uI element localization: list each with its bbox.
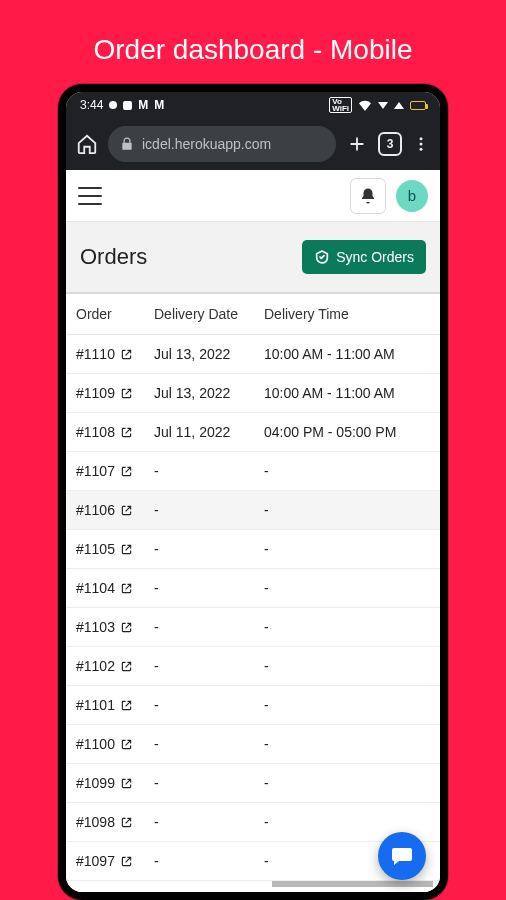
delivery-date-cell: - xyxy=(144,491,254,530)
sync-orders-button[interactable]: Sync Orders xyxy=(302,240,426,274)
delivery-date-cell: - xyxy=(144,725,254,764)
sync-orders-label: Sync Orders xyxy=(336,249,414,265)
order-link[interactable]: #1100 xyxy=(76,736,134,752)
delivery-date-cell: Jul 13, 2022 xyxy=(144,374,254,413)
delivery-time-cell: - xyxy=(254,491,440,530)
new-tab-icon[interactable] xyxy=(346,133,368,155)
delivery-time-cell: 04:00 PM - 05:00 PM xyxy=(254,413,440,452)
external-link-icon xyxy=(121,817,132,828)
bell-icon xyxy=(359,187,377,205)
order-link[interactable]: #1101 xyxy=(76,697,134,713)
svg-point-0 xyxy=(420,137,423,140)
vowifi-icon: VoWiFi xyxy=(329,97,352,113)
chat-fab[interactable] xyxy=(378,832,426,880)
col-delivery-date[interactable]: Delivery Date xyxy=(144,293,254,335)
delivery-time-cell: - xyxy=(254,725,440,764)
url-text: icdel.herokuapp.com xyxy=(142,136,271,152)
external-link-icon xyxy=(121,427,132,438)
order-link[interactable]: #1108 xyxy=(76,424,134,440)
table-row: #1098 -- xyxy=(66,803,440,842)
avatar[interactable]: b xyxy=(396,180,428,212)
sync-icon xyxy=(314,249,330,265)
delivery-time-cell: 10:00 AM - 11:00 AM xyxy=(254,335,440,374)
external-link-icon xyxy=(121,466,132,477)
battery-icon xyxy=(410,101,426,110)
table-row: #1106 -- xyxy=(66,491,440,530)
order-link[interactable]: #1105 xyxy=(76,541,134,557)
order-link[interactable]: #1110 xyxy=(76,346,134,362)
external-link-icon xyxy=(121,505,132,516)
delivery-date-cell: - xyxy=(144,569,254,608)
external-link-icon xyxy=(121,856,132,867)
delivery-date-cell: - xyxy=(144,530,254,569)
col-delivery-time[interactable]: Delivery Time xyxy=(254,293,440,335)
external-link-icon xyxy=(121,388,132,399)
url-bar[interactable]: icdel.herokuapp.com xyxy=(108,126,336,162)
delivery-date-cell: - xyxy=(144,842,254,881)
delivery-date-cell: - xyxy=(144,452,254,491)
browser-toolbar: icdel.herokuapp.com 3 xyxy=(66,118,440,170)
table-row: #1100 -- xyxy=(66,725,440,764)
order-link[interactable]: #1102 xyxy=(76,658,134,674)
notification-app-icon xyxy=(123,101,132,110)
table-row: #1104 -- xyxy=(66,569,440,608)
external-link-icon xyxy=(121,700,132,711)
order-link[interactable]: #1104 xyxy=(76,580,134,596)
order-link[interactable]: #1106 xyxy=(76,502,134,518)
delivery-date-cell: - xyxy=(144,608,254,647)
wifi-icon xyxy=(358,100,372,111)
table-row: #1105 -- xyxy=(66,530,440,569)
delivery-time-cell: 10:00 AM - 11:00 AM xyxy=(254,374,440,413)
order-link[interactable]: #1109 xyxy=(76,385,134,401)
slide-title: Order dashboard - Mobile xyxy=(0,0,506,66)
delivery-date-cell: - xyxy=(144,803,254,842)
order-link[interactable]: #1097 xyxy=(76,853,134,869)
external-link-icon xyxy=(121,583,132,594)
svg-point-1 xyxy=(420,143,423,146)
delivery-date-cell: Jul 13, 2022 xyxy=(144,335,254,374)
signal-up-icon xyxy=(394,102,404,109)
tab-switcher[interactable]: 3 xyxy=(378,132,402,156)
delivery-date-cell: Jul 11, 2022 xyxy=(144,413,254,452)
chat-icon xyxy=(390,844,414,868)
delivery-time-cell: - xyxy=(254,647,440,686)
external-link-icon xyxy=(121,622,132,633)
delivery-time-cell: - xyxy=(254,686,440,725)
page-title: Orders xyxy=(80,244,147,270)
delivery-date-cell: - xyxy=(144,686,254,725)
delivery-date-cell: - xyxy=(144,764,254,803)
orders-table-wrap[interactable]: Order Delivery Date Delivery Time #1110 … xyxy=(66,292,440,892)
phone-frame: 3:44 M M VoWiFi xyxy=(58,84,448,900)
table-row: #1110 Jul 13, 202210:00 AM - 11:00 AM xyxy=(66,335,440,374)
external-link-icon xyxy=(121,739,132,750)
col-order[interactable]: Order xyxy=(66,293,144,335)
lock-icon xyxy=(120,137,134,151)
delivery-time-cell: - xyxy=(254,530,440,569)
delivery-date-cell: - xyxy=(144,647,254,686)
delivery-time-cell: - xyxy=(254,764,440,803)
external-link-icon xyxy=(121,349,132,360)
menu-dots-icon[interactable] xyxy=(412,135,430,153)
table-row: #1099 -- xyxy=(66,764,440,803)
horizontal-scrollbar[interactable] xyxy=(66,881,440,887)
table-row: #1102 -- xyxy=(66,647,440,686)
table-row: #1108 Jul 11, 202204:00 PM - 05:00 PM xyxy=(66,413,440,452)
external-link-icon xyxy=(121,544,132,555)
status-time: 3:44 xyxy=(80,98,103,112)
table-row: #1107 -- xyxy=(66,452,440,491)
hamburger-menu-icon[interactable] xyxy=(78,187,102,205)
order-link[interactable]: #1103 xyxy=(76,619,134,635)
home-icon[interactable] xyxy=(76,133,98,155)
external-link-icon xyxy=(121,778,132,789)
order-link[interactable]: #1099 xyxy=(76,775,134,791)
order-link[interactable]: #1107 xyxy=(76,463,134,479)
table-row: #1103 -- xyxy=(66,608,440,647)
external-link-icon xyxy=(121,661,132,672)
orders-table: Order Delivery Date Delivery Time #1110 … xyxy=(66,292,440,881)
svg-point-2 xyxy=(420,148,423,151)
notifications-button[interactable] xyxy=(350,178,386,214)
app-header: b xyxy=(66,170,440,222)
gmail-icon: M xyxy=(138,98,148,112)
notification-dot-icon xyxy=(109,101,117,109)
order-link[interactable]: #1098 xyxy=(76,814,134,830)
